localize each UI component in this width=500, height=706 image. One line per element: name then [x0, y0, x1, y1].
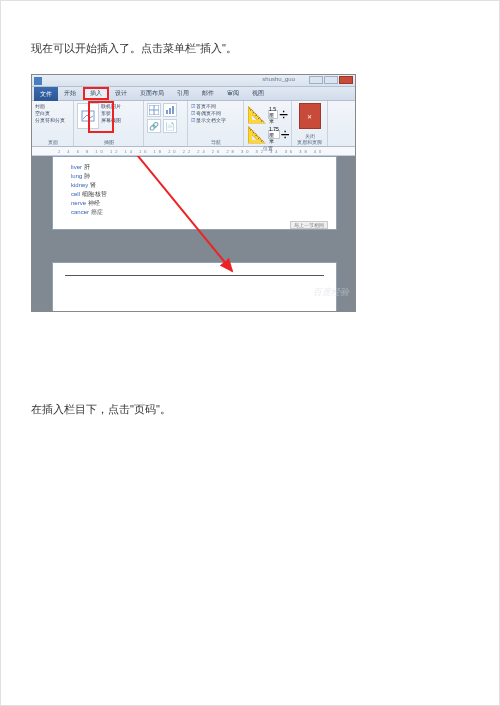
footer-section-note: 与上一节相同 [290, 221, 328, 229]
ribbon-tabs: 文件 开始 插入 设计 页面布局 引用 邮件 审阅 视图 [32, 87, 355, 101]
document-canvas: liver 肝 lung 肺 kidney 肾 cell 细胞·核苷 nerve… [32, 156, 355, 312]
tab-start[interactable]: 开始 [58, 87, 83, 100]
header-distance[interactable]: 📐1.5 厘米÷ [247, 105, 288, 124]
chart-icon [165, 105, 175, 115]
group-label-nav: 导航 [191, 139, 240, 145]
header-button[interactable]: 📄 [163, 119, 177, 133]
svg-rect-5 [169, 108, 171, 114]
window-titlebar: shushu_guo [32, 75, 355, 87]
shapes-button[interactable]: 形状 [101, 110, 121, 116]
doc-line-3: kidney 肾 [71, 181, 318, 190]
ribbon-group-pages: 封面 空白页 分页符和分页 页面 [32, 101, 74, 146]
doc-line-5: nerve 神经 [71, 199, 318, 208]
app-logo-icon [34, 77, 42, 85]
minimize-button[interactable] [309, 76, 323, 84]
close-headerfooter-button[interactable]: ✕ [299, 103, 321, 129]
online-pic-button[interactable]: 联机图片 [101, 103, 121, 109]
tab-file[interactable]: 文件 [34, 87, 58, 101]
document-page-2 [52, 262, 337, 312]
tab-review[interactable]: 审阅 [221, 87, 246, 100]
link-button[interactable]: 🔗 [147, 119, 161, 133]
page2-header-rule [65, 275, 324, 276]
maximize-button[interactable] [324, 76, 338, 84]
ribbon-group-illustrations: 联机图片 形状 屏幕截图 插图 [74, 101, 144, 146]
ribbon-group-mid: 🔗 📄 [144, 101, 188, 146]
nav-opt-1[interactable]: ☑ 首页不同 [191, 103, 240, 109]
tab-page-layout[interactable]: 页面布局 [134, 87, 171, 100]
tab-design[interactable]: 设计 [109, 87, 134, 100]
ribbon-group-nav: ☑ 首页不同 ☑ 奇偶页不同 ☑ 显示文档文字 导航 [188, 101, 244, 146]
watermark: 百度经验 [313, 286, 349, 299]
table-button[interactable] [147, 103, 161, 117]
window-controls [309, 76, 353, 84]
tab-mail[interactable]: 邮件 [196, 87, 221, 100]
chart-button[interactable] [163, 103, 177, 117]
tab-reference[interactable]: 引用 [171, 87, 196, 100]
page-break-button[interactable]: 分页符和分页 [35, 117, 65, 123]
close-button[interactable] [339, 76, 353, 84]
step-2-instruction: 在插入栏目下，点击"页码"。 [31, 402, 469, 417]
blank-page-button[interactable]: 空白页 [35, 110, 50, 116]
window-title: shushu_guo [262, 76, 295, 82]
group-label-illus: 插图 [77, 139, 140, 145]
doc-line-6: cancer 癌症 [71, 208, 318, 217]
group-label-pos: 位置 [247, 145, 288, 151]
doc-line-1: liver 肝 [71, 163, 318, 172]
table-icon [149, 105, 159, 115]
tab-view[interactable]: 视图 [246, 87, 271, 100]
group-label-pages: 页面 [35, 139, 70, 145]
cover-page-button[interactable]: 封面 [35, 103, 45, 109]
svg-rect-6 [172, 106, 174, 114]
horizontal-ruler: 2 4 6 8 10 12 14 16 18 20 22 24 26 28 30… [32, 147, 355, 156]
ribbon-group-spin: 📐1.5 厘米÷ 📐1.75 厘米÷ 位置 [244, 101, 292, 146]
nav-opt-3[interactable]: ☑ 显示文档文字 [191, 117, 240, 123]
step-1-instruction: 现在可以开始插入了。点击菜单栏"插入"。 [31, 41, 469, 56]
footer-distance[interactable]: 📐1.75 厘米÷ [247, 125, 288, 144]
picture-icon [81, 110, 95, 122]
group-label-mid [147, 139, 184, 145]
embedded-screenshot: shushu_guo 文件 开始 插入 设计 页面布局 引用 邮件 审阅 视图 … [31, 74, 356, 312]
svg-rect-4 [166, 110, 168, 114]
document-page-1: liver 肝 lung 肺 kidney 肾 cell 细胞·核苷 nerve… [52, 156, 337, 230]
doc-line-2: lung 肺 [71, 172, 318, 181]
tab-insert[interactable]: 插入 [83, 87, 109, 100]
ribbon-group-close: ✕ 关闭页眉和页脚 [292, 101, 328, 146]
screenshot-button[interactable]: 屏幕截图 [101, 117, 121, 123]
nav-opt-2[interactable]: ☑ 奇偶页不同 [191, 110, 240, 116]
ribbon-body: 封面 空白页 分页符和分页 页面 联机图片 形状 屏幕截图 插图 [32, 101, 355, 147]
doc-line-4: cell 细胞·核苷 [71, 190, 318, 199]
picture-button[interactable] [77, 103, 99, 129]
close-label: 关闭页眉和页脚 [297, 133, 322, 145]
